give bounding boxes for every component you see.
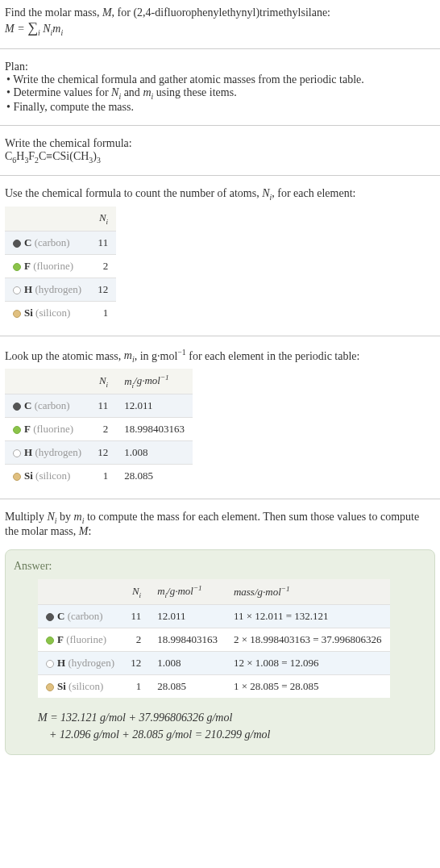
name: (fluorine) [33,260,73,272]
answer-table: Nimi/g·mol−1mass/g·mol−1 C (carbon)1112.… [38,579,390,698]
fluorine-dot-icon [46,636,54,645]
table-row: H (hydrogen) [5,441,89,465]
carbon-dot-icon [13,240,21,248]
table-row: F (fluorine) [5,418,89,441]
carbon-dot-icon [46,613,54,621]
name: (hydrogen) [35,446,81,458]
name: (carbon) [68,610,103,622]
plan: Plan: • Write the chemical formula and g… [0,54,440,120]
silicon-dot-icon [13,473,21,481]
formula-section: Write the chemical formula: C6H3F2C≡CSi(… [0,131,440,171]
final-line1: M = 132.121 g/mol + 37.996806326 g/mol [38,709,426,726]
plan-item: • Finally, compute the mass. [6,101,435,114]
mi: 28.085 [149,674,226,698]
name: (silicon) [35,469,70,482]
sym: H [57,657,65,669]
text: , for each element: [272,187,355,199]
sym: C [24,236,31,248]
intro: Find the molar mass, M, for (2,4-difluor… [0,0,440,44]
formula-heading: Write the chemical formula: [5,137,435,150]
table-row: Si (silicon) [5,465,89,488]
col-ni: Ni [89,207,116,231]
name: (carbon) [35,236,70,248]
sym: H [24,446,32,458]
table-row: C (carbon) [38,604,122,628]
col-ni: Ni [122,579,149,604]
name: (silicon) [35,307,70,319]
chem-formula: C6H3F2C≡CSi(CH3)3 [5,150,435,165]
sym: F [24,423,31,435]
mi: 18.998403163 [116,418,193,441]
divider [0,48,440,49]
name: (hydrogen) [35,283,81,295]
mass-table: Nimi/g·mol−1 C (carbon)1112.011 F (fluor… [5,369,193,487]
table-row: H (hydrogen) [38,651,122,674]
name: (fluorine) [66,633,106,645]
final-line2: + 12.096 g/mol + 28.085 g/mol = 210.299 … [38,726,426,743]
hydrogen-dot-icon [13,286,21,294]
table-row: C (carbon) [5,394,89,418]
table-row: H (hydrogen) [5,278,89,301]
mass: 11 × 12.011 = 132.121 [226,604,390,628]
fluorine-dot-icon [13,426,21,434]
sym: C [24,399,31,411]
sigma-sub: i [38,28,40,37]
mi: 12.011 [149,604,226,628]
text: Find the molar mass, [5,6,102,19]
mi: 1.008 [149,651,226,674]
intro-line: Find the molar mass, M, for (2,4-difluor… [5,6,435,19]
divider [0,175,440,176]
mi: 28.085 [116,465,193,488]
ni: 11 [122,604,149,628]
table-row: C (carbon) [5,231,89,254]
mi: 1.008 [116,441,193,465]
sym: Si [57,680,66,692]
answer-box: Answer: Nimi/g·mol−1mass/g·mol−1 C (carb… [5,549,435,755]
sigma: ∑ [27,19,38,35]
count-heading: Use the chemical formula to count the nu… [5,187,435,202]
table-row: F (fluorine) [38,628,122,651]
count-table: Ni C (carbon)11 F (fluorine)2 H (hydroge… [5,207,116,324]
fluorine-dot-icon [13,263,21,271]
col-ni: Ni [89,369,116,394]
silicon-dot-icon [46,683,54,691]
var-Ni: Ni [262,187,272,199]
ni: 2 [122,628,149,651]
divider [0,336,440,336]
name: (silicon) [68,680,103,692]
name: (hydrogen) [68,657,114,669]
name: (carbon) [35,399,70,411]
plan-item: • Determine values for Ni and mi using t… [6,86,435,101]
mass-section: Look up the atomic mass, mi, in g·mol−1 … [0,341,440,494]
var-M: M [102,6,112,19]
sym: F [24,260,31,272]
silicon-dot-icon [13,310,21,318]
mass: 12 × 1.008 = 12.096 [226,651,390,674]
ni: 2 [89,254,116,278]
ni: 11 [89,231,116,254]
ni: 1 [89,301,116,324]
divider [0,125,440,126]
ni: 1 [89,465,116,488]
multiply-text: Multiply Ni by mi to compute the mass fo… [5,511,435,538]
count-section: Use the chemical formula to count the nu… [0,181,440,330]
sym: Si [24,469,33,482]
col-mass: mass/g·mol−1 [226,579,390,604]
hydrogen-dot-icon [13,449,21,457]
mi: 12.011 [116,394,193,418]
table-row: Si (silicon) [5,301,89,324]
hydrogen-dot-icon [46,660,54,668]
plan-title: Plan: [5,61,435,73]
table-row: F (fluorine) [5,254,89,278]
name: (fluorine) [33,423,73,435]
multiply-section: Multiply Ni by mi to compute the mass fo… [0,504,440,545]
ni: 11 [89,394,116,418]
text: Use the chemical formula to count the nu… [5,187,262,199]
sym: H [24,283,32,295]
ni: 1 [122,674,149,698]
table-row: Si (silicon) [38,674,122,698]
mi: 18.998403163 [149,628,226,651]
sym: Si [24,307,33,319]
ni: 12 [122,651,149,674]
col-mi: mi/g·mol−1 [116,369,193,394]
